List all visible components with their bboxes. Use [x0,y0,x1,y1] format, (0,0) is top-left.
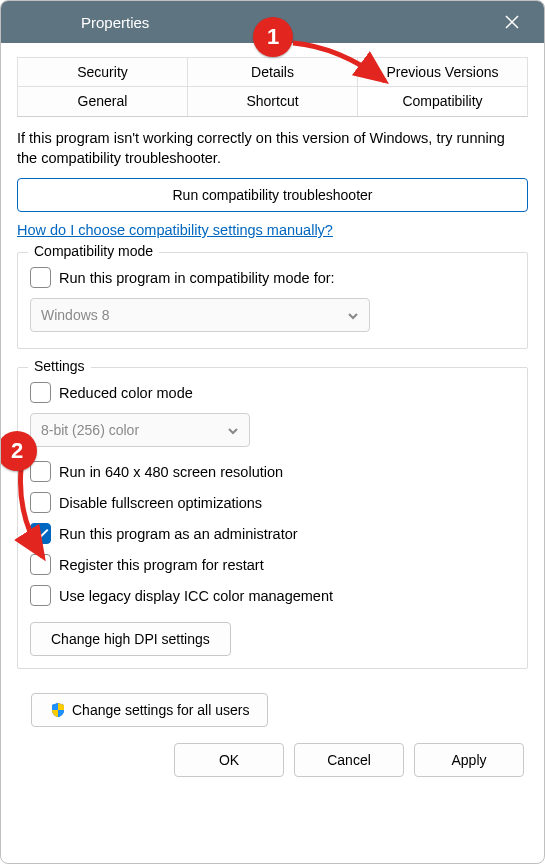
annotation-badge-1: 1 [253,17,293,57]
tab-strip: Security Details Previous Versions Gener… [17,57,528,117]
tab-general[interactable]: General [17,86,188,116]
run-as-admin-checkbox[interactable] [30,523,51,544]
disable-fullscreen-checkbox[interactable] [30,492,51,513]
chevron-down-icon [227,424,239,436]
run-as-admin-label: Run this program as an administrator [59,526,298,542]
change-all-users-label: Change settings for all users [72,702,249,718]
ok-button[interactable]: OK [174,743,284,777]
reduced-color-checkbox[interactable] [30,382,51,403]
tab-previous-versions[interactable]: Previous Versions [358,57,528,86]
tab-shortcut[interactable]: Shortcut [188,86,358,116]
compatibility-mode-group: Compatibility mode Run this program in c… [17,252,528,349]
settings-title: Settings [28,358,91,374]
run-troubleshooter-button[interactable]: Run compatibility troubleshooter [17,178,528,212]
tab-security[interactable]: Security [17,57,188,86]
settings-group: Settings Reduced color mode 8-bit (256) … [17,367,528,669]
reduced-color-label: Reduced color mode [59,385,193,401]
compat-mode-select-value: Windows 8 [41,307,109,323]
register-restart-checkbox[interactable] [30,554,51,575]
color-mode-select[interactable]: 8-bit (256) color [30,413,250,447]
legacy-icc-label: Use legacy display ICC color management [59,588,333,604]
compat-mode-label: Run this program in compatibility mode f… [59,270,335,286]
shield-icon [50,702,66,718]
color-mode-value: 8-bit (256) color [41,422,139,438]
disable-fullscreen-label: Disable fullscreen optimizations [59,495,262,511]
change-all-users-button[interactable]: Change settings for all users [31,693,268,727]
change-dpi-button[interactable]: Change high DPI settings [30,622,231,656]
apply-button[interactable]: Apply [414,743,524,777]
tab-details[interactable]: Details [188,57,358,86]
help-link[interactable]: How do I choose compatibility settings m… [17,222,528,238]
run-640-label: Run in 640 x 480 screen resolution [59,464,283,480]
chevron-down-icon [347,309,359,321]
dialog-footer: OK Cancel Apply [17,743,528,781]
close-icon [504,14,520,30]
compat-mode-checkbox[interactable] [30,267,51,288]
properties-dialog: Properties 1 2 Security Details Previous… [0,0,545,864]
close-button[interactable] [490,1,534,43]
legacy-icc-checkbox[interactable] [30,585,51,606]
cancel-button[interactable]: Cancel [294,743,404,777]
compatibility-mode-title: Compatibility mode [28,243,159,259]
intro-text: If this program isn't working correctly … [17,129,528,168]
register-restart-label: Register this program for restart [59,557,264,573]
compat-mode-select[interactable]: Windows 8 [30,298,370,332]
run-640-checkbox[interactable] [30,461,51,482]
tab-compatibility[interactable]: Compatibility [358,86,528,116]
